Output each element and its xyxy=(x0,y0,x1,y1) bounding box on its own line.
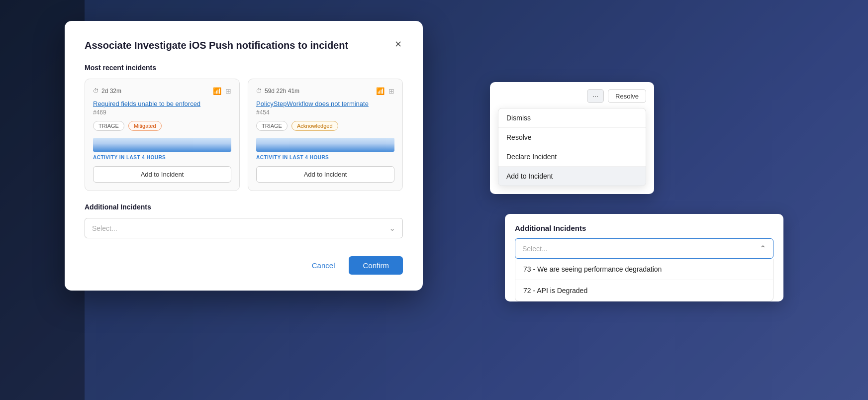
incident-2-time: ⏱ 59d 22h 41m xyxy=(256,88,299,95)
additional-select-dropdown[interactable]: Select... ⌄ xyxy=(85,218,403,238)
panel-dropdown: 73 - We are seeing performance degradati… xyxy=(515,259,773,301)
confirm-button[interactable]: Confirm xyxy=(349,256,403,275)
modal-header: Associate Investigate iOS Push notificat… xyxy=(85,39,403,52)
incident-1-time: ⏱ 2d 32m xyxy=(93,88,121,95)
modal-footer: Cancel Confirm xyxy=(85,252,403,275)
panel-dropdown-item-1[interactable]: 72 - API is Degraded xyxy=(515,280,773,301)
badge-triage-2: TRIAGE xyxy=(256,121,288,131)
incident-1-icons: 📶 ⊞ xyxy=(213,87,231,95)
activity-bar-2 xyxy=(256,138,394,152)
associate-modal: Associate Investigate iOS Push notificat… xyxy=(65,21,423,291)
activity-label-1: ACTIVITY IN LAST 4 HOURS xyxy=(93,155,231,160)
resolve-panel: ··· Resolve Dismiss Resolve Declare Inci… xyxy=(490,82,654,194)
incident-card-1: ⏱ 2d 32m 📶 ⊞ Required fields unable to b… xyxy=(85,79,240,191)
close-icon: ✕ xyxy=(394,39,402,49)
panel-select[interactable]: Select... ⌃ xyxy=(515,238,773,259)
activity-label-2: ACTIVITY IN LAST 4 HOURS xyxy=(256,155,394,160)
grid-icon-2: ⊞ xyxy=(388,87,394,95)
add-to-incident-btn-1[interactable]: Add to Incident xyxy=(93,166,231,183)
incident-2-icons: 📶 ⊞ xyxy=(376,87,394,95)
close-button[interactable]: ✕ xyxy=(393,39,403,50)
more-button[interactable]: ··· xyxy=(587,89,604,103)
incident-1-badges: TRIAGE Mitigated xyxy=(93,121,231,131)
panel-dropdown-item-0[interactable]: 73 - We are seeing performance degradati… xyxy=(515,259,773,280)
additional-incidents-section: Additional Incidents Select... ⌄ xyxy=(85,203,403,238)
badge-acknowledged-2: Acknowledged xyxy=(291,121,338,131)
chevron-up-icon: ⌃ xyxy=(760,244,766,253)
incident-1-name[interactable]: Required fields unable to be enforced xyxy=(93,100,231,107)
incident-2-badges: TRIAGE Acknowledged xyxy=(256,121,394,131)
additional-incidents-panel: Additional Incidents Select... ⌃ 73 - We… xyxy=(505,214,783,301)
modal-title: Associate Investigate iOS Push notificat… xyxy=(85,39,348,52)
cancel-button[interactable]: Cancel xyxy=(304,256,343,275)
incident-2-id: #454 xyxy=(256,109,394,116)
incidents-grid: ⏱ 2d 32m 📶 ⊞ Required fields unable to b… xyxy=(85,79,403,191)
signal-icon-2: 📶 xyxy=(376,87,385,95)
grid-icon-1: ⊞ xyxy=(225,87,231,95)
select-placeholder: Select... xyxy=(92,224,117,232)
add-to-incident-btn-2[interactable]: Add to Incident xyxy=(256,166,394,183)
badge-mitigated-1: Mitigated xyxy=(128,121,162,131)
resolve-header-button[interactable]: Resolve xyxy=(608,89,646,103)
badge-triage-1: TRIAGE xyxy=(93,121,124,131)
dropdown-item-declare-incident[interactable]: Declare Incident xyxy=(498,147,646,167)
incident-1-id: #469 xyxy=(93,109,231,116)
panel-select-placeholder: Select... xyxy=(522,245,548,253)
signal-icon-1: 📶 xyxy=(213,87,221,95)
incident-card-1-header: ⏱ 2d 32m 📶 ⊞ xyxy=(93,87,231,95)
incident-2-time-value: 59d 22h 41m xyxy=(265,88,299,95)
clock-icon-2: ⏱ xyxy=(256,88,262,95)
dropdown-item-dismiss[interactable]: Dismiss xyxy=(498,108,646,128)
additional-panel-title: Additional Incidents xyxy=(515,224,773,232)
additional-title: Additional Incidents xyxy=(85,203,403,211)
incident-card-2-header: ⏱ 59d 22h 41m 📶 ⊞ xyxy=(256,87,394,95)
incident-1-time-value: 2d 32m xyxy=(101,88,121,95)
incident-2-name[interactable]: PolicyStepWorkflow does not terminate xyxy=(256,100,394,107)
resolve-dropdown-menu: Dismiss Resolve Declare Incident Add to … xyxy=(498,108,646,186)
dropdown-item-add-to-incident[interactable]: Add to Incident xyxy=(498,167,646,186)
activity-bar-1 xyxy=(93,138,231,152)
incident-card-2: ⏱ 59d 22h 41m 📶 ⊞ PolicyStepWorkflow doe… xyxy=(248,79,403,191)
dropdown-item-resolve[interactable]: Resolve xyxy=(498,128,646,147)
most-recent-title: Most recent incidents xyxy=(85,64,403,72)
chevron-down-icon: ⌄ xyxy=(389,223,395,233)
clock-icon-1: ⏱ xyxy=(93,88,99,95)
resolve-panel-header: ··· Resolve xyxy=(498,89,646,103)
